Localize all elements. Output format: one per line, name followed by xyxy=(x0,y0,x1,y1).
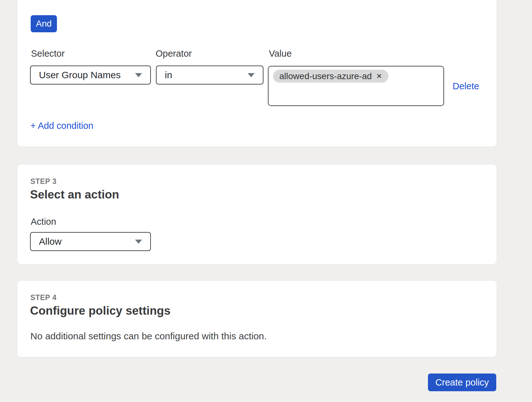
selector-dropdown-value: User Group Names xyxy=(39,70,130,80)
and-operator-button[interactable]: And xyxy=(31,15,57,32)
action-label: Action xyxy=(31,217,56,227)
delete-condition-link[interactable]: Delete xyxy=(453,81,479,91)
chevron-down-icon xyxy=(135,240,142,244)
step3-card: STEP 3 Select an action Action Allow xyxy=(17,165,497,264)
add-condition-link[interactable]: + Add condition xyxy=(30,121,93,131)
value-tag: allowed-users-azure-ad ✕ xyxy=(273,70,388,83)
value-multiselect-input[interactable]: allowed-users-azure-ad ✕ xyxy=(268,66,444,106)
operator-dropdown[interactable]: in xyxy=(156,66,263,85)
selector-label: Selector xyxy=(31,48,65,59)
operator-label: Operator xyxy=(156,48,192,59)
remove-tag-icon[interactable]: ✕ xyxy=(376,73,382,80)
value-label: Value xyxy=(269,48,292,59)
step4-title: Configure policy settings xyxy=(30,304,170,317)
step3-label: STEP 3 xyxy=(30,177,57,186)
step4-description: No additional settings can be configured… xyxy=(30,331,267,342)
step4-label: STEP 4 xyxy=(30,293,57,302)
step3-title: Select an action xyxy=(30,188,119,201)
policy-builder-page: { "colors": { "page_background": "#f0efe… xyxy=(0,0,532,402)
step4-card: STEP 4 Configure policy settings No addi… xyxy=(17,281,497,357)
action-dropdown[interactable]: Allow xyxy=(30,232,151,251)
action-dropdown-value: Allow xyxy=(39,236,130,247)
conditions-card: And Selector Operator Value User Group N… xyxy=(17,0,497,147)
chevron-down-icon xyxy=(248,73,255,77)
chevron-down-icon xyxy=(135,73,142,77)
value-tag-text: allowed-users-azure-ad xyxy=(279,71,372,81)
create-policy-button[interactable]: Create policy xyxy=(428,374,496,391)
operator-dropdown-value: in xyxy=(165,70,243,80)
selector-dropdown[interactable]: User Group Names xyxy=(30,66,151,85)
